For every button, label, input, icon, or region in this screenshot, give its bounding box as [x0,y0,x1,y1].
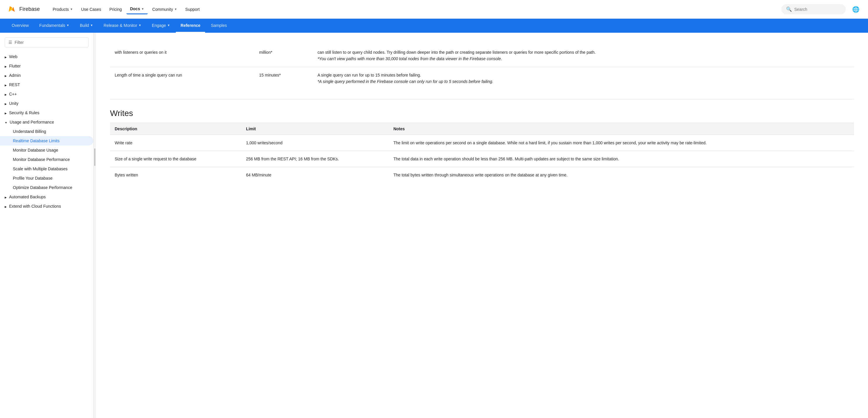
search-icon: 🔍 [786,6,792,12]
table-row: Length of time a single query can run 15… [110,67,854,90]
cell-description: Length of time a single query can run [110,67,254,90]
build-chevron-icon: ▼ [90,24,93,27]
fundamentals-chevron-icon: ▼ [66,24,69,27]
sidebar-sub-monitor-performance[interactable]: Monitor Database Performance [0,155,93,164]
section-divider [110,99,854,99]
sidebar-item-security[interactable]: Security & Rules [0,108,93,117]
filter-label: Filter [14,40,24,45]
logo[interactable]: Firebase [7,5,40,14]
backups-chevron-icon [5,195,7,199]
admin-chevron-icon [5,73,7,78]
cell-limit: 256 MB from the REST API; 16 MB from the… [241,151,389,167]
content-area: with listeners or queries on it million*… [96,33,868,200]
search-box[interactable]: 🔍 [781,4,846,14]
sidebar-sub-optimize-db[interactable]: Optimize Database Performance [0,183,93,192]
cell-notes: A single query can run for up to 15 minu… [313,67,854,90]
sidebar-sub-understand-billing[interactable]: Understand Billing [0,127,93,136]
nav-links: Products ▼ Use Cases Pricing Docs ▼ Comm… [49,4,779,14]
writes-table: Description Limit Notes Write rate 1,000… [110,123,854,183]
sec-nav-engage[interactable]: Engage ▼ [147,19,175,33]
cell-limit: 64 MB/minute [241,167,389,183]
sidebar-sub-scale-multiple[interactable]: Scale with Multiple Databases [0,164,93,174]
filter-box[interactable]: ☰ Filter [5,37,89,47]
writes-section-title: Writes [110,109,854,118]
nav-docs[interactable]: Docs ▼ [126,4,148,14]
page-layout: ☰ Filter Web Flutter [0,33,868,418]
docs-chevron-icon: ▼ [141,7,144,10]
search-input[interactable] [794,7,841,12]
security-chevron-icon [5,110,7,115]
cell-limit: 1,000 writes/second [241,135,389,151]
cell-limit: million* [254,44,313,67]
cell-notes: The limit on write operations per second… [389,135,854,151]
firebase-logo-icon [7,5,17,14]
table-row: with listeners or queries on it million*… [110,44,854,67]
sidebar-item-admin[interactable]: Admin [0,71,93,80]
logo-text: Firebase [19,6,40,12]
sec-nav-build[interactable]: Build ▼ [75,19,98,33]
sidebar-sub-monitor-usage[interactable]: Monitor Database Usage [0,145,93,155]
sidebar-tree: Web Flutter Admin [0,52,93,211]
sec-nav-fundamentals[interactable]: Fundamentals ▼ [34,19,74,33]
col-header-description: Description [110,123,241,135]
flutter-chevron-icon [5,64,7,68]
unity-chevron-icon [5,101,7,106]
cell-notes: can still listen to or query child nodes… [313,44,854,67]
col-header-notes: Notes [389,123,854,135]
secondary-nav: Overview Fundamentals ▼ Build ▼ Release … [0,19,868,33]
sidebar-item-web[interactable]: Web [0,52,93,61]
sidebar-item-automated-backups[interactable]: Automated Backups [0,192,93,202]
col-header-limit: Limit [241,123,389,135]
cell-description: Size of a single write request to the da… [110,151,241,167]
nav-support[interactable]: Support [182,5,203,14]
cpp-chevron-icon [5,92,7,96]
products-chevron-icon: ▼ [70,8,73,11]
release-chevron-icon: ▼ [138,24,141,27]
rest-chevron-icon [5,82,7,87]
sidebar-item-unity[interactable]: Unity [0,99,93,108]
filter-icon: ☰ [8,40,12,45]
web-chevron-icon [5,54,7,59]
table-row: Size of a single write request to the da… [110,151,854,167]
sidebar: ☰ Filter Web Flutter [0,33,94,418]
cell-description: Bytes written [110,167,241,183]
sidebar-item-flutter[interactable]: Flutter [0,61,93,71]
main-content: with listeners or queries on it million*… [96,33,868,418]
table-header-row: Description Limit Notes [110,123,854,135]
sidebar-scroll-area: ☰ Filter Web Flutter [0,33,96,418]
usage-subtree: Understand Billing Realtime Database Lim… [0,127,93,192]
cell-notes: The total data in each write operation s… [389,151,854,167]
cell-description: with listeners or queries on it [110,44,254,67]
sidebar-item-usage-performance[interactable]: Usage and Performance Understand Billing… [0,117,93,192]
prev-table: with listeners or queries on it million*… [110,44,854,90]
sidebar-sub-profile-db[interactable]: Profile Your Database [0,174,93,183]
engage-chevron-icon: ▼ [167,24,170,27]
sidebar-item-cpp[interactable]: C++ [0,90,93,99]
cell-limit: 15 minutes* [254,67,313,90]
language-button[interactable]: 🌐 [850,4,861,14]
sidebar-item-cloud-functions[interactable]: Extend with Cloud Functions [0,202,93,211]
sec-nav-release-monitor[interactable]: Release & Monitor ▼ [99,19,146,33]
top-nav: Firebase Products ▼ Use Cases Pricing Do… [0,0,868,19]
table-row: Bytes written 64 MB/minute The total byt… [110,167,854,183]
sec-nav-samples[interactable]: Samples [206,19,231,33]
nav-products[interactable]: Products ▼ [49,5,76,14]
sidebar-scroll-thumb [94,148,95,166]
sidebar-sub-realtime-db-limits[interactable]: Realtime Database Limits [0,136,93,145]
cell-notes: The total bytes written through simultan… [389,167,854,183]
sec-nav-overview[interactable]: Overview [7,19,33,33]
cloud-functions-chevron-icon [5,204,7,209]
nav-community[interactable]: Community ▼ [149,5,181,14]
community-chevron-icon: ▼ [174,8,177,11]
table-row: Write rate 1,000 writes/second The limit… [110,135,854,151]
sec-nav-reference[interactable]: Reference [176,19,205,33]
cell-description: Write rate [110,135,241,151]
sidebar-item-rest[interactable]: REST [0,80,93,90]
sidebar-scrollbar[interactable] [94,33,96,418]
nav-pricing[interactable]: Pricing [106,5,125,14]
nav-use-cases[interactable]: Use Cases [78,5,104,14]
usage-chevron-icon [5,120,7,125]
